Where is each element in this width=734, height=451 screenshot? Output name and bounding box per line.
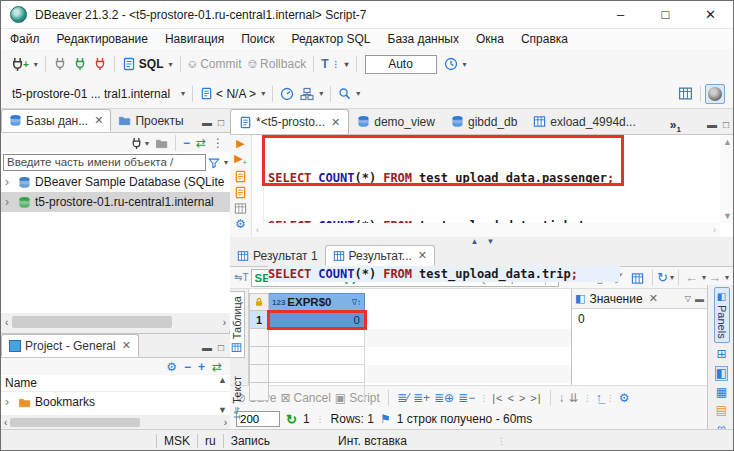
value-content[interactable]: 0: [572, 309, 707, 329]
menu-help[interactable]: Справка: [521, 32, 568, 46]
duplicate-row-icon[interactable]: ≣⊕: [434, 391, 454, 405]
value-panel-toggle-icon[interactable]: ◧: [715, 366, 728, 381]
tab-databases-close-icon[interactable]: ✕: [94, 114, 103, 127]
tab-overflow-chevron[interactable]: »1: [670, 118, 681, 134]
tab-project-general[interactable]: Project - General ✕: [1, 334, 139, 357]
nav-view-menu-icon[interactable]: ⋮: [212, 136, 224, 150]
connection-caret-icon[interactable]: ▾: [181, 89, 185, 98]
project-minimize-icon[interactable]: ▬: [202, 342, 212, 353]
new-connection-caret-icon[interactable]: ▾: [34, 60, 38, 69]
reconnect-button[interactable]: [73, 57, 87, 71]
scroll-left-icon[interactable]: ‹: [256, 225, 259, 235]
minimize-button[interactable]: –: [598, 1, 643, 29]
grid-mode-icon[interactable]: ▦: [716, 386, 727, 399]
commit-button[interactable]: ⎉Commit: [188, 57, 242, 71]
menu-edit[interactable]: Редактирование: [57, 32, 148, 46]
filter-funnel-icon[interactable]: [208, 155, 220, 169]
execute-statement-icon[interactable]: ▶: [236, 137, 244, 150]
tree-item-bookmarks[interactable]: › Bookmarks: [1, 392, 230, 412]
first-row-icon[interactable]: |<: [492, 392, 503, 404]
expander-icon[interactable]: ›: [5, 395, 14, 409]
new-sql-editor-button[interactable]: SQL▾: [122, 57, 173, 71]
column-header-expr0[interactable]: 123 EXPR$0 ∇↕: [269, 293, 365, 311]
close-button[interactable]: ✕: [688, 1, 733, 29]
commit-mode-combo[interactable]: Auto: [365, 55, 437, 74]
nav-new-connection-icon[interactable]: ▾: [130, 135, 149, 149]
row-number-cell[interactable]: 1: [249, 311, 269, 329]
calc-panel-icon[interactable]: ⊞: [716, 348, 726, 361]
active-connection-combo[interactable]: t5-prostore-01 ... tral1.internal▾: [12, 87, 185, 101]
menu-file[interactable]: Файл: [10, 32, 40, 46]
tab-project-close-icon[interactable]: ✕: [122, 339, 131, 352]
column-filter-sort-icon[interactable]: ∇↕: [352, 298, 361, 307]
add-row-icon[interactable]: ≣+: [413, 391, 430, 405]
grid-row-empty[interactable]: [249, 383, 365, 401]
grid-row-empty[interactable]: [249, 365, 365, 383]
execute-script-new-tab-icon[interactable]: [234, 185, 247, 199]
navigator-maximize-icon[interactable]: □: [218, 117, 224, 128]
execute-new-tab-icon[interactable]: ▶+: [234, 152, 247, 166]
project-expand-icon[interactable]: +: [198, 360, 205, 374]
project-link-icon[interactable]: ⇄: [212, 360, 222, 374]
transaction-log-button[interactable]: T⋮▾: [321, 57, 348, 71]
search-button[interactable]: ▾: [338, 87, 360, 100]
scroll-left-icon[interactable]: ‹: [1, 417, 10, 428]
tab-sql-script[interactable]: *<t5-prosto... ✕: [230, 109, 349, 134]
project-hscrollbar[interactable]: ‹ ›: [1, 415, 230, 429]
last-row-icon[interactable]: >|: [530, 392, 541, 404]
session-manager-button[interactable]: ▾: [300, 87, 323, 101]
tree-item-connection[interactable]: › t5-prostore-01.ru-central1.internal: [1, 192, 230, 212]
disconnect-button[interactable]: [93, 57, 107, 71]
export-data-icon[interactable]: ↑̲: [596, 391, 602, 405]
tab-projects[interactable]: Проекты: [111, 109, 190, 132]
transaction-caret-icon[interactable]: ▾: [344, 60, 348, 69]
scroll-thumb[interactable]: [10, 418, 140, 427]
nav-link-editor-icon[interactable]: ⇄: [196, 136, 206, 150]
scroll-right-icon[interactable]: ›: [713, 225, 716, 235]
sql-line-3[interactable]: SELECTCOUNT(*)FROMtest_upload_data.trip;: [268, 266, 620, 282]
explain-plan-icon[interactable]: [234, 201, 247, 215]
tab-exload[interactable]: exload_4994d...: [525, 109, 643, 134]
edit-row-icon[interactable]: ≣⁄: [397, 391, 409, 405]
schema-caret-icon[interactable]: ▾: [261, 89, 265, 98]
expander-icon[interactable]: ›: [5, 175, 14, 189]
dashboard-button[interactable]: [280, 87, 294, 101]
fetch-next-segment-icon[interactable]: ↓: [559, 391, 565, 405]
scroll-right-icon[interactable]: ›: [219, 317, 230, 328]
fetch-all-rows-icon[interactable]: ⇊: [569, 391, 579, 405]
editor-maximize-icon[interactable]: □: [723, 119, 729, 130]
menu-windows[interactable]: Окна: [476, 32, 504, 46]
grid-row-1[interactable]: 1 0: [249, 311, 365, 329]
project-collapse-icon[interactable]: −: [184, 360, 191, 374]
sql-line-1[interactable]: SELECTCOUNT(*)FROMtest_upload_data.passe…: [268, 170, 620, 186]
prev-row-icon[interactable]: <: [507, 392, 514, 404]
editor-vscrollbar[interactable]: ▲▼: [720, 135, 734, 223]
expander-icon[interactable]: ›: [5, 195, 14, 209]
tab-close-icon[interactable]: ✕: [331, 116, 340, 129]
presentation-tab-grid[interactable]: Таблица: [230, 291, 245, 358]
connect-button[interactable]: [53, 57, 67, 71]
result-grid[interactable]: 123 EXPR$0 ∇↕ 1 0: [249, 293, 365, 401]
nav-forward-caret-icon[interactable]: ▾: [725, 273, 729, 282]
menu-navigation[interactable]: Навигация: [165, 32, 224, 46]
object-filter-input[interactable]: [3, 154, 206, 171]
scroll-right-icon[interactable]: ›: [221, 417, 230, 428]
transaction-monitor-button[interactable]: ▾: [444, 57, 467, 71]
scroll-down-icon[interactable]: ▼: [723, 211, 732, 221]
editor-settings-gear-icon[interactable]: ⚙: [235, 217, 246, 231]
tree-item-sample-database[interactable]: › DBeaver Sample Database (SQLite: [1, 172, 230, 192]
grid-row-empty[interactable]: [249, 347, 365, 365]
results-settings-gear-icon[interactable]: ⚙: [619, 391, 630, 405]
menu-sql-editor[interactable]: Редактор SQL: [291, 32, 370, 46]
tab-gibdd-db[interactable]: gibdd_db: [443, 109, 525, 134]
sql-caret-icon[interactable]: ▾: [169, 60, 173, 69]
scroll-up-icon[interactable]: ▲: [723, 137, 732, 147]
new-connection-button[interactable]: +▾: [10, 57, 38, 72]
nav-back-caret-icon[interactable]: ▾: [702, 273, 706, 282]
sql-editor-body[interactable]: ▶ ▶+ ⚙ SELECTCOUNT(*)FROMtest_upload_dat…: [230, 135, 734, 237]
grid-corner-cell[interactable]: [249, 293, 269, 311]
project-vscrollbar[interactable]: ▲▼: [215, 375, 230, 415]
perspective-switch-icon[interactable]: [678, 86, 693, 101]
scroll-down-icon[interactable]: ▼: [218, 405, 227, 415]
value-tab-close-icon[interactable]: ✕: [649, 292, 658, 305]
